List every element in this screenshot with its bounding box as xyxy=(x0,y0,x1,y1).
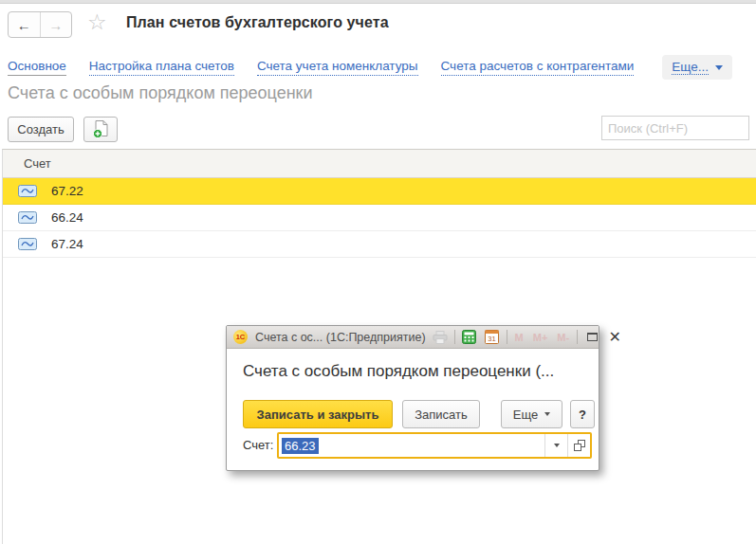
edit-account-dialog: 1С Счета с ос... (1С:Предприятие) xyxy=(226,325,599,471)
account-choose-button[interactable] xyxy=(567,434,590,457)
calculator-icon[interactable] xyxy=(461,329,478,346)
close-icon: ✕ xyxy=(608,331,620,344)
account-field-label: Счет: xyxy=(243,438,273,452)
maximize-icon xyxy=(587,333,598,341)
back-button[interactable]: ← xyxy=(9,12,41,37)
titlebar-separator xyxy=(507,330,507,344)
back-arrow-icon: ← xyxy=(17,17,31,33)
dialog-more-button[interactable]: Еще xyxy=(501,400,562,428)
account-input-selected-text: 66.23 xyxy=(282,438,319,454)
dialog-title: Счета с ос... (1С:Предприятие) xyxy=(253,331,426,344)
titlebar-separator xyxy=(454,330,455,344)
account-dropdown-button[interactable] xyxy=(544,434,567,457)
calendar-icon[interactable]: 31 xyxy=(484,329,501,346)
window-top-border xyxy=(0,0,756,4)
account-icon xyxy=(18,211,37,224)
dialog-more-label: Еще xyxy=(513,408,538,422)
page-title: План счетов бухгалтерского учета xyxy=(126,14,389,31)
account-input[interactable]: 66.23 xyxy=(279,434,544,457)
account-code: 67.24 xyxy=(51,237,83,251)
memory-minus-button[interactable]: M- xyxy=(555,332,571,343)
table-row[interactable]: 67.24 xyxy=(3,231,756,258)
help-button[interactable]: ? xyxy=(570,400,595,428)
history-nav-buttons: ← → xyxy=(8,11,72,38)
forward-arrow-icon: → xyxy=(48,17,63,33)
close-button[interactable]: ✕ xyxy=(606,329,623,346)
main-window: ← → ☆ План счетов бухгалтерского учета О… xyxy=(0,0,756,544)
table-row[interactable]: 67.22 xyxy=(3,178,756,205)
create-button[interactable]: Создать xyxy=(8,117,74,142)
account-icon xyxy=(18,185,37,197)
table-row[interactable]: 66.24 xyxy=(3,205,756,231)
account-icon xyxy=(18,238,37,250)
create-by-copy-button[interactable] xyxy=(83,117,118,142)
save-button[interactable]: Записать xyxy=(402,400,480,428)
table-header-account[interactable]: Счет xyxy=(3,150,756,178)
maximize-button[interactable] xyxy=(583,329,600,346)
1c-logo-icon: 1С xyxy=(233,330,248,344)
titlebar-separator xyxy=(577,330,578,344)
chevron-down-icon xyxy=(554,444,560,447)
dialog-heading: Счета с особым порядком переоценки (... xyxy=(243,362,589,381)
account-field: 66.23 xyxy=(277,432,592,459)
search-input[interactable] xyxy=(601,116,749,140)
nav-link-main[interactable]: Основное xyxy=(8,59,66,76)
list-section-title: Счета с особым порядком переоценки xyxy=(8,83,313,103)
print-icon[interactable] xyxy=(432,329,449,346)
chevron-down-icon xyxy=(715,65,723,70)
nav-link-counterparty-accounts[interactable]: Счета расчетов с контрагентами xyxy=(441,59,635,76)
account-code: 67.22 xyxy=(51,184,83,198)
chevron-down-icon xyxy=(544,412,550,416)
favorite-star-icon[interactable]: ☆ xyxy=(87,9,107,34)
nav-more-label: Еще... xyxy=(672,60,709,75)
nav-more-button[interactable]: Еще... xyxy=(662,55,732,80)
memory-recall-button[interactable]: M xyxy=(513,332,526,343)
svg-text:31: 31 xyxy=(488,335,495,343)
forward-button[interactable]: → xyxy=(41,12,72,37)
account-code: 66.24 xyxy=(51,210,83,225)
section-nav: Основное Настройка плана счетов Счета уч… xyxy=(8,55,748,80)
memory-plus-button[interactable]: M+ xyxy=(531,332,550,343)
dialog-titlebar[interactable]: 1С Счета с ос... (1С:Предприятие) xyxy=(227,326,599,349)
nav-link-item-accounts[interactable]: Счета учета номенклатуры xyxy=(257,59,418,76)
choose-from-list-icon xyxy=(574,440,585,451)
nav-link-chart-settings[interactable]: Настройка плана счетов xyxy=(89,59,234,76)
new-document-icon xyxy=(91,119,110,139)
save-and-close-button[interactable]: Записать и закрыть xyxy=(243,400,393,428)
